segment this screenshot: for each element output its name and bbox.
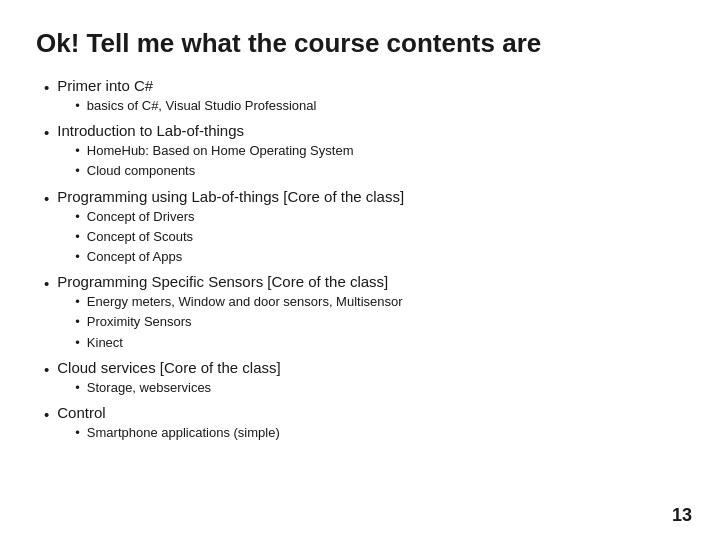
sub-list: • basics of C#, Visual Studio Profession… <box>75 97 316 115</box>
list-item: • Programming using Lab-of-things [Core … <box>44 188 684 269</box>
sub-bullet-icon: • <box>75 228 80 246</box>
list-item: • Storage, webservices <box>75 379 280 397</box>
item-label: Cloud services [Core of the class] <box>57 359 280 376</box>
item-label: Introduction to Lab-of-things <box>57 122 244 139</box>
sub-item-label: Smartphone applications (simple) <box>87 424 280 442</box>
sub-item-label: HomeHub: Based on Home Operating System <box>87 142 354 160</box>
sub-bullet-icon: • <box>75 379 80 397</box>
sub-item-label: Concept of Scouts <box>87 228 193 246</box>
sub-item-label: Kinect <box>87 334 123 352</box>
content-area: • Primer into C# • basics of C#, Visual … <box>36 77 684 444</box>
sub-bullet-icon: • <box>75 162 80 180</box>
list-item: • Energy meters, Window and door sensors… <box>75 293 402 311</box>
sub-list: • Energy meters, Window and door sensors… <box>75 293 402 352</box>
sub-item-label: basics of C#, Visual Studio Professional <box>87 97 317 115</box>
list-item: • Programming Specific Sensors [Core of … <box>44 273 684 354</box>
sub-list: • Smartphone applications (simple) <box>75 424 280 442</box>
list-item: • Smartphone applications (simple) <box>75 424 280 442</box>
slide: Ok! Tell me what the course contents are… <box>0 0 720 540</box>
item-content: Programming using Lab-of-things [Core of… <box>57 188 404 269</box>
item-label: Programming Specific Sensors [Core of th… <box>57 273 388 290</box>
sub-list: • Storage, webservices <box>75 379 280 397</box>
item-label: Primer into C# <box>57 77 153 94</box>
list-item: • Proximity Sensors <box>75 313 402 331</box>
sub-list: • Concept of Drivers • Concept of Scouts… <box>75 208 404 267</box>
sub-bullet-icon: • <box>75 293 80 311</box>
item-label: Control <box>57 404 105 421</box>
sub-bullet-icon: • <box>75 424 80 442</box>
list-item: • Primer into C# • basics of C#, Visual … <box>44 77 684 117</box>
bullet-icon: • <box>44 404 49 425</box>
top-level-list: • Primer into C# • basics of C#, Visual … <box>44 77 684 444</box>
sub-bullet-icon: • <box>75 248 80 266</box>
sub-list: • HomeHub: Based on Home Operating Syste… <box>75 142 353 180</box>
item-content: Cloud services [Core of the class] • Sto… <box>57 359 280 399</box>
list-item: • Concept of Apps <box>75 248 404 266</box>
list-item: • Cloud components <box>75 162 353 180</box>
sub-item-label: Concept of Drivers <box>87 208 195 226</box>
sub-item-label: Concept of Apps <box>87 248 182 266</box>
list-item: • Introduction to Lab-of-things • HomeHu… <box>44 122 684 182</box>
sub-bullet-icon: • <box>75 97 80 115</box>
item-content: Programming Specific Sensors [Core of th… <box>57 273 402 354</box>
list-item: • basics of C#, Visual Studio Profession… <box>75 97 316 115</box>
page-number: 13 <box>672 505 692 526</box>
list-item: • Concept of Drivers <box>75 208 404 226</box>
bullet-icon: • <box>44 77 49 98</box>
sub-bullet-icon: • <box>75 142 80 160</box>
bullet-icon: • <box>44 359 49 380</box>
sub-item-label: Storage, webservices <box>87 379 211 397</box>
item-content: Introduction to Lab-of-things • HomeHub:… <box>57 122 353 182</box>
list-item: • Kinect <box>75 334 402 352</box>
sub-item-label: Proximity Sensors <box>87 313 192 331</box>
sub-item-label: Energy meters, Window and door sensors, … <box>87 293 403 311</box>
list-item: • Control • Smartphone applications (sim… <box>44 404 684 444</box>
item-label: Programming using Lab-of-things [Core of… <box>57 188 404 205</box>
list-item: • HomeHub: Based on Home Operating Syste… <box>75 142 353 160</box>
slide-title: Ok! Tell me what the course contents are <box>36 28 684 59</box>
bullet-icon: • <box>44 122 49 143</box>
bullet-icon: • <box>44 273 49 294</box>
list-item: • Cloud services [Core of the class] • S… <box>44 359 684 399</box>
sub-bullet-icon: • <box>75 334 80 352</box>
sub-item-label: Cloud components <box>87 162 195 180</box>
list-item: • Concept of Scouts <box>75 228 404 246</box>
bullet-icon: • <box>44 188 49 209</box>
sub-bullet-icon: • <box>75 313 80 331</box>
item-content: Control • Smartphone applications (simpl… <box>57 404 280 444</box>
item-content: Primer into C# • basics of C#, Visual St… <box>57 77 316 117</box>
sub-bullet-icon: • <box>75 208 80 226</box>
